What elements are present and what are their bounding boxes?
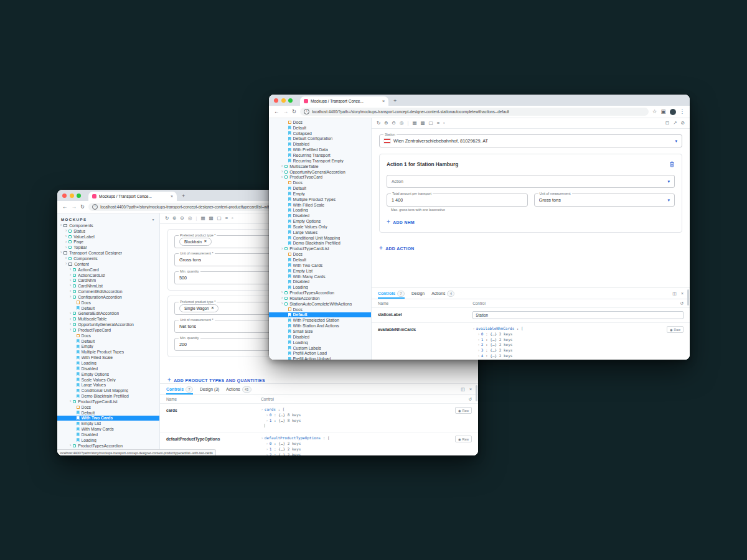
sidebar-tree-item[interactable]: › OpportunityGeneralAccordion: [57, 322, 159, 327]
new-tab-button[interactable]: +: [182, 194, 185, 199]
json-tree-child[interactable]: ›1 : {…} 2 keys: [472, 337, 524, 343]
sidebar-tree-item[interactable]: › Disabled: [269, 334, 371, 340]
sidebar-tree-item[interactable]: › RouteAccordion: [269, 296, 371, 301]
minimize-window-button[interactable]: [70, 194, 74, 198]
sidebar-tree-item[interactable]: › Default Configuration: [269, 136, 371, 142]
sidebar-tree-item[interactable]: › With Many Cards: [57, 426, 159, 432]
chevron-down-icon[interactable]: ▾: [667, 198, 670, 202]
sidebar-tree-item[interactable]: › CardNhmList: [57, 283, 159, 289]
site-info-icon[interactable]: i: [304, 109, 309, 114]
panel-scrollbar[interactable]: [476, 385, 477, 401]
sidebar-tree-item[interactable]: › Loading: [57, 437, 159, 443]
browser-tab[interactable]: Mockups / Transport Conce... ×: [88, 192, 177, 201]
json-tree-child[interactable]: ›0 : {…} 2 keys: [261, 441, 329, 447]
zoom-in-icon[interactable]: ⊕: [172, 216, 176, 221]
sidebar-tree-item[interactable]: › Loading: [269, 284, 371, 290]
sidebar-tree-item[interactable]: › Components: [57, 223, 159, 228]
remount-icon[interactable]: ↻: [377, 121, 380, 126]
sidebar-tree-item[interactable]: › Disabled: [57, 432, 159, 437]
sidebar-tree-item[interactable]: › With Two Cards: [269, 263, 371, 268]
json-tree[interactable]: ›cards : [ ›0 : {…} 8 keys ›1 : {…} 8 ke…: [261, 407, 301, 429]
close-window-button[interactable]: [62, 194, 67, 198]
sidebar-tree-item[interactable]: › Conditional Unit Mapping: [57, 388, 159, 393]
sidebar-tree-item[interactable]: › Demo Blacktrain Prefilled: [57, 393, 159, 399]
sidebar-tree-item[interactable]: › With Two Cards: [57, 416, 159, 421]
minimize-window-button[interactable]: [281, 98, 286, 103]
sidebar-tree-item[interactable]: › MultiscaleTable: [269, 164, 371, 169]
tree-toggle-icon[interactable]: ›: [266, 418, 268, 422]
open-canvas-new-tab-icon[interactable]: ↗: [673, 121, 677, 126]
action-select[interactable]: Action ▾: [387, 175, 675, 188]
outline-icon[interactable]: ▫: [443, 121, 445, 126]
product-type-chip[interactable]: Blocktrain ×: [179, 238, 212, 246]
site-info-icon[interactable]: i: [92, 204, 98, 210]
sidebar-tree-item[interactable]: › ConfigurationAccordion: [57, 294, 159, 300]
sidebar-tree-item[interactable]: › CardNhm: [57, 278, 159, 283]
sidebar-tree-item[interactable]: › ValueLabel: [57, 234, 159, 240]
sidebar-tree-item[interactable]: › Components: [57, 256, 159, 261]
json-tree[interactable]: ›availableNhmCards : [ ›0 : {…} 2 keys ›…: [472, 326, 524, 360]
remount-icon[interactable]: ↻: [165, 216, 169, 221]
bookmark-star-icon[interactable]: ☆: [652, 109, 657, 114]
close-tab-icon[interactable]: ×: [382, 99, 385, 103]
sidebar-tree-item[interactable]: › Disabled: [269, 213, 371, 218]
sidebar-tree-item[interactable]: › Empty Options: [269, 218, 371, 224]
sidebar-tree-item[interactable]: › Transport Concept Designer: [57, 250, 159, 256]
back-arrow-icon[interactable]: ←: [62, 204, 68, 210]
sidebar-tree-item[interactable]: › Prefill Action Load: [269, 350, 371, 356]
profile-avatar[interactable]: [670, 109, 676, 115]
forward-arrow-icon[interactable]: →: [72, 204, 77, 210]
chip-delete-icon[interactable]: ×: [204, 240, 207, 244]
fullscreen-icon[interactable]: ⊡: [665, 121, 669, 126]
panel-scrollbar[interactable]: [687, 289, 689, 306]
tab-actions[interactable]: Actions 4: [431, 288, 454, 299]
unit-of-measurement-select[interactable]: Unit of measurement Gross tons ▾: [534, 194, 675, 207]
sidebar-tree-item[interactable]: › Loading: [269, 340, 371, 345]
close-window-button[interactable]: [274, 98, 278, 103]
reload-icon[interactable]: ↻: [292, 109, 296, 114]
sidebar-tree-item[interactable]: › GeneralEditAccordion: [57, 311, 159, 317]
grid-toggle-icon[interactable]: ▩: [420, 121, 425, 126]
json-tree-child[interactable]: ›1 : {…} 8 keys: [261, 418, 301, 424]
tab-design[interactable]: Design (3): [200, 384, 219, 394]
sidebar-tree-item[interactable]: › Default: [269, 125, 371, 131]
sidebar-tree-item[interactable]: › Empty: [57, 344, 159, 350]
reload-icon[interactable]: ↻: [80, 204, 85, 210]
sidebar-tree-item[interactable]: › ActionCardList: [57, 273, 159, 278]
zoom-in-icon[interactable]: ⊕: [384, 121, 388, 126]
sidebar-tree-item[interactable]: › TopBar: [57, 245, 159, 250]
sidebar-tree-item[interactable]: › Docs: [269, 119, 371, 125]
sidebar-tree-item[interactable]: › Prefill Action Unload: [269, 356, 371, 360]
sidebar-tree-item[interactable]: › Custom Labels: [269, 345, 371, 351]
measure-icon[interactable]: ≡: [437, 121, 439, 126]
sidebar-tree-item[interactable]: › Page: [57, 240, 159, 245]
tree-toggle-icon[interactable]: ›: [266, 413, 268, 417]
sidebar-tree-item[interactable]: › Default: [57, 410, 159, 416]
sidebar-tree-item[interactable]: › CommentEditAccordion: [57, 289, 159, 294]
sidebar-tree-item[interactable]: › ProductTypesAccordion: [57, 443, 159, 449]
close-panel-icon[interactable]: ×: [469, 387, 472, 391]
tree-toggle-icon[interactable]: ›: [266, 452, 268, 455]
json-tree-child[interactable]: ›5 : {…} 2 keys: [472, 359, 524, 360]
json-tree-child[interactable]: ›2 : {…} 2 keys: [472, 342, 524, 348]
sidebar-tree-item[interactable]: › Docs: [57, 300, 159, 306]
delete-action-icon[interactable]: [669, 161, 675, 167]
zoom-out-icon[interactable]: ⊖: [392, 121, 396, 126]
sidebar-tree-item[interactable]: › ProductTypesAccordion: [269, 290, 371, 296]
tree-toggle-icon[interactable]: ›: [266, 441, 268, 446]
raw-toggle-button[interactable]: ◉ Raw: [455, 407, 472, 414]
sidebar-tree-item[interactable]: › Multiple Product Types: [269, 197, 371, 202]
sidebar-tree-item[interactable]: › ProductTypeCardList: [57, 399, 159, 404]
new-tab-button[interactable]: +: [393, 98, 397, 104]
json-tree-child[interactable]: ›4 : {…} 2 keys: [472, 353, 524, 359]
tree-toggle-icon[interactable]: ›: [477, 348, 480, 352]
viewport-icon[interactable]: ▢: [429, 121, 433, 126]
close-panel-icon[interactable]: ×: [681, 291, 684, 296]
zoom-window-button[interactable]: [77, 194, 81, 198]
sidebar-tree-item[interactable]: › Empty List: [269, 268, 371, 274]
collapse-all-icon[interactable]: ▾: [153, 217, 155, 222]
tree-toggle-icon[interactable]: ›: [477, 337, 480, 342]
tree-toggle-icon[interactable]: ›: [477, 353, 480, 358]
sidebar-tree-item[interactable]: › Default: [269, 185, 371, 191]
sidebar-tree-item[interactable]: › Content: [57, 261, 159, 267]
